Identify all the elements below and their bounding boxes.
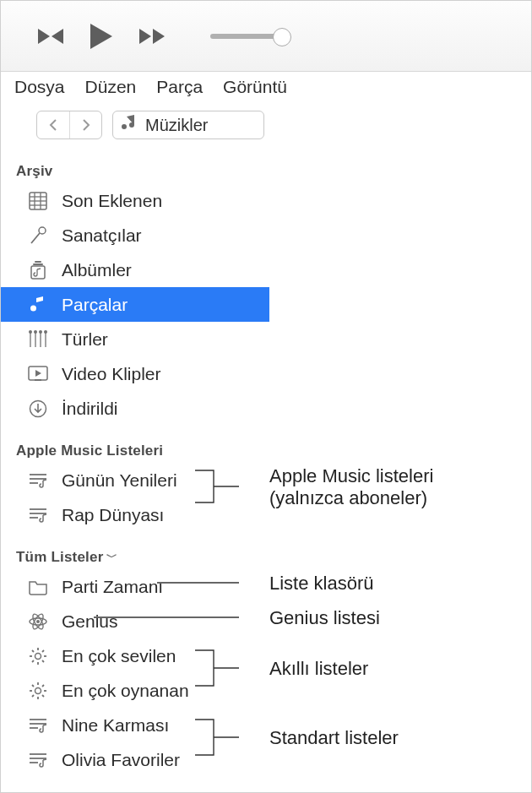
sidebar-item-label: Son Eklenen xyxy=(62,191,162,211)
sidebar-item-nine-mix[interactable]: Nine Karması xyxy=(1,708,269,742)
menu-edit[interactable]: Düzen xyxy=(85,77,137,97)
album-icon xyxy=(26,260,50,280)
annotation-genius: Genius listesi xyxy=(269,607,380,629)
svg-point-32 xyxy=(35,653,41,659)
chevron-down-icon: ﹀ xyxy=(106,550,117,565)
sidebar-item-label: Genius xyxy=(62,611,118,632)
sidebar-item-songs[interactable]: Parçalar xyxy=(1,287,269,322)
svg-line-37 xyxy=(32,650,34,652)
sidebar-item-label: Parti Zamanı xyxy=(62,577,163,597)
sidebar-item-rap-world[interactable]: Rap Dünyası xyxy=(1,497,269,532)
sidebar-item-label: Nine Karması xyxy=(62,715,169,736)
gear-icon xyxy=(26,682,50,700)
svg-line-38 xyxy=(42,660,44,662)
sidebar-item-label: Günün Yenileri xyxy=(62,470,177,491)
sidebar-item-label: Albümler xyxy=(62,260,132,280)
annotation-smart: Akıllı listeler xyxy=(269,658,368,680)
sidebar-item-label: En çok oynanan xyxy=(62,681,189,701)
chevron-left-icon xyxy=(48,118,58,132)
svg-rect-8 xyxy=(31,266,45,279)
sidebar: Arşiv Son Eklenen Sanatçılar Albümler xyxy=(1,153,269,792)
forward-button[interactable] xyxy=(69,111,101,139)
next-icon xyxy=(138,26,168,46)
svg-point-18 xyxy=(44,330,47,334)
sidebar-item-olivia-favs[interactable]: Olivia Favoriler xyxy=(1,742,269,777)
music-note-icon xyxy=(122,115,137,136)
playlist-icon xyxy=(26,472,50,489)
sidebar-item-artists[interactable]: Sanatçılar xyxy=(1,218,269,253)
section-header-library: Arşiv xyxy=(1,158,269,183)
download-icon xyxy=(26,399,50,418)
menu-view[interactable]: Görüntü xyxy=(223,77,287,97)
section-header-apple-music: Apple Music Listeleri xyxy=(1,437,269,463)
chevron-right-icon xyxy=(81,118,91,132)
microphone-icon xyxy=(26,226,50,245)
sidebar-item-label: Parçalar xyxy=(62,295,128,315)
guitar-icon xyxy=(26,330,50,349)
svg-point-31 xyxy=(36,620,40,623)
sidebar-item-label: Sanatçılar xyxy=(62,225,142,246)
media-type-selector[interactable]: Müzikler xyxy=(112,111,264,139)
sidebar-item-most-played[interactable]: En çok oynanan xyxy=(1,673,269,708)
svg-rect-10 xyxy=(35,261,41,263)
sidebar-item-downloaded[interactable]: İndirildi xyxy=(1,391,269,426)
play-button[interactable] xyxy=(89,22,114,51)
grid-icon xyxy=(26,192,50,210)
sidebar-item-recently-added[interactable]: Son Eklenen xyxy=(1,183,269,218)
gear-icon xyxy=(26,647,50,665)
playlist-icon xyxy=(26,717,50,734)
svg-line-49 xyxy=(42,685,44,687)
playlist-icon xyxy=(26,752,50,769)
annotations: Apple Music listeleri (yalnızca aboneler… xyxy=(269,153,531,792)
svg-line-47 xyxy=(42,695,44,697)
playlist-icon xyxy=(26,507,50,524)
back-button[interactable] xyxy=(37,111,69,139)
sidebar-item-label: Türler xyxy=(62,329,108,350)
prev-icon xyxy=(35,26,65,46)
sidebar-item-daily-new[interactable]: Günün Yenileri xyxy=(1,463,269,497)
svg-line-48 xyxy=(32,695,34,697)
svg-line-40 xyxy=(42,650,44,652)
svg-point-17 xyxy=(39,330,42,334)
sidebar-item-videos[interactable]: Video Klipler xyxy=(1,356,269,391)
sidebar-item-label: Olivia Favoriler xyxy=(62,750,180,770)
section-label: Tüm Listeler xyxy=(16,549,103,566)
sidebar-item-genius[interactable]: Genius xyxy=(1,604,269,638)
media-type-label: Müzikler xyxy=(145,116,208,135)
prev-track-button[interactable] xyxy=(35,26,65,46)
svg-line-46 xyxy=(32,685,34,687)
svg-point-41 xyxy=(35,687,41,693)
folder-icon xyxy=(26,578,50,595)
annotation-standard: Standart listeler xyxy=(269,727,399,749)
svg-point-16 xyxy=(34,330,37,334)
note-icon xyxy=(26,296,50,314)
svg-point-15 xyxy=(29,330,32,334)
sidebar-item-label: İndirildi xyxy=(62,399,118,419)
volume-slider[interactable] xyxy=(210,34,283,39)
play-icon xyxy=(89,22,114,51)
svg-line-7 xyxy=(31,233,40,243)
sidebar-item-label: Rap Dünyası xyxy=(62,505,164,525)
navigation-toolbar: Müzikler xyxy=(1,102,531,153)
svg-point-6 xyxy=(39,227,46,234)
sidebar-item-label: En çok sevilen xyxy=(62,646,176,666)
sidebar-item-genres[interactable]: Türler xyxy=(1,322,269,356)
history-nav xyxy=(36,111,102,139)
menu-file[interactable]: Dosya xyxy=(14,77,65,97)
next-track-button[interactable] xyxy=(138,26,168,46)
sidebar-item-party-time[interactable]: Parti Zamanı xyxy=(1,569,269,604)
svg-rect-9 xyxy=(33,263,43,265)
section-header-all-playlists[interactable]: Tüm Listeler ﹀ xyxy=(1,544,269,569)
menu-track[interactable]: Parça xyxy=(156,77,203,97)
annotation-folder: Liste klasörü xyxy=(269,573,374,595)
sidebar-item-most-loved[interactable]: En çok sevilen xyxy=(1,638,269,673)
annotation-apple-music: Apple Music listeleri (yalnızca aboneler… xyxy=(269,465,433,509)
sidebar-item-label: Video Klipler xyxy=(62,364,161,384)
svg-line-39 xyxy=(32,660,34,662)
sidebar-item-albums[interactable]: Albümler xyxy=(1,253,269,287)
player-controls xyxy=(1,1,531,72)
atom-icon xyxy=(26,611,50,632)
menu-bar: Dosya Düzen Parça Görüntü xyxy=(1,72,531,102)
video-icon xyxy=(26,366,50,383)
